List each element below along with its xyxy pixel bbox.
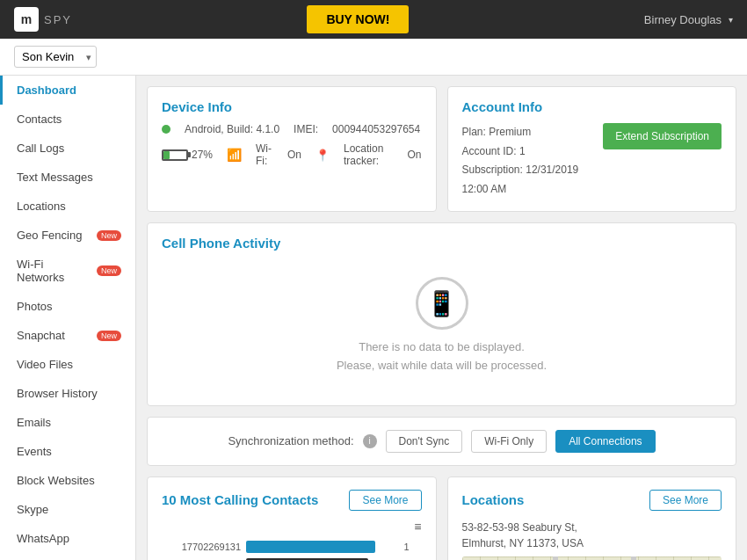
subscription-row: Subscription: 12/31/2019 12:00 AM <box>462 161 604 199</box>
sidebar-item-whatsapp[interactable]: WhatsApp <box>0 524 135 553</box>
sidebar-item-label: WhatsApp <box>17 532 69 545</box>
logo-spy-text: SPY <box>44 13 72 26</box>
main-content: Device Info Android, Build: 4.1.0 IMEI: … <box>136 76 747 560</box>
sidebar-item-browser-history[interactable]: Browser History <box>0 379 135 408</box>
account-info-row: Plan: Premium Account ID: 1 Subscription… <box>462 123 722 199</box>
calling-contacts-card: 10 Most Calling Contacts See More ≡ 1770… <box>147 476 437 560</box>
chart-bar <box>246 541 375 553</box>
address-line2: Elmhurst, NY 11373, USA <box>462 537 584 549</box>
device-imei: 000944053297654 <box>332 123 420 135</box>
locations-header: Locations See More <box>462 490 722 511</box>
sidebar-item-snapchat[interactable]: SnapchatNew <box>0 321 135 350</box>
chart-menu-icon[interactable]: ≡ <box>162 520 422 534</box>
sidebar-item-photos[interactable]: Photos <box>0 292 135 321</box>
account-id-value: 1 <box>519 145 526 157</box>
sidebar: DashboardContactsCall LogsText MessagesL… <box>0 76 136 560</box>
sidebar-item-locations[interactable]: Locations <box>0 192 135 221</box>
address-line1: 53-82-53-98 Seabury St, <box>462 521 577 534</box>
cell-activity-title: Cell Phone Activity <box>162 236 722 251</box>
chevron-down-icon: ▾ <box>729 15 733 25</box>
sidebar-item-label: Locations <box>17 200 66 213</box>
device-imei-label: IMEI: <box>294 123 318 135</box>
no-data-line2: Please, wait while data will be processe… <box>337 357 547 375</box>
sidebar-item-viber[interactable]: Viber <box>0 553 135 560</box>
buy-now-button[interactable]: BUY NOW! <box>307 5 409 33</box>
dont-sync-button[interactable]: Don't Sync <box>386 430 463 453</box>
phone-empty-icon: 📱 <box>416 277 468 330</box>
app-header: m SPY BUY NOW! Birney Douglas ▾ <box>0 0 747 39</box>
sidebar-item-block-websites[interactable]: Block Websites <box>0 466 135 495</box>
activity-empty-state: 📱 There is no data to be displayed. Plea… <box>162 259 722 393</box>
sidebar-item-label: Video Files <box>17 358 73 371</box>
account-id-label: Account ID: <box>462 145 517 157</box>
chart-row-count: 1 <box>404 542 422 552</box>
locations-see-more[interactable]: See More <box>649 490 722 511</box>
sidebar-item-label: Skype <box>17 503 48 516</box>
sidebar-item-label: Dashboard <box>17 84 76 97</box>
plan-value: Premium <box>489 126 531 138</box>
sub-header: Son Kevin <box>0 39 747 76</box>
sidebar-item-text-messages[interactable]: Text Messages <box>0 163 135 192</box>
sidebar-item-geo-fencing[interactable]: Geo FencingNew <box>0 221 135 250</box>
sidebar-item-events[interactable]: Events <box>0 437 135 466</box>
logo: m SPY <box>14 7 72 32</box>
device-info-card: Device Info Android, Build: 4.1.0 IMEI: … <box>147 86 437 212</box>
map-road-v2 <box>631 556 636 560</box>
sidebar-item-emails[interactable]: Emails <box>0 408 135 437</box>
user-name: Birney Douglas <box>644 13 722 26</box>
locations-title: Locations <box>462 492 525 507</box>
location-pin-icon: 📍 <box>315 149 330 162</box>
chart-bars: 177022691311156022257311197968718161 <box>162 541 422 560</box>
new-badge: New <box>97 230 121 241</box>
sidebar-item-label: Events <box>17 445 52 458</box>
device-os: Android, Build: 4.1.0 <box>185 123 279 135</box>
sidebar-item-label: Photos <box>17 300 52 313</box>
device-location-status: On <box>407 149 421 161</box>
battery-visual <box>162 149 188 161</box>
calling-contacts-title: 10 Most Calling Contacts <box>162 492 318 507</box>
sidebar-item-label: Text Messages <box>17 171 93 184</box>
sidebar-item-wi-fi-networks[interactable]: Wi-Fi NetworksNew <box>0 250 135 292</box>
account-info-title: Account Info <box>462 99 722 114</box>
all-connections-button[interactable]: All Connections <box>555 430 655 453</box>
no-data-line1: There is no data to be displayed. <box>359 338 525 357</box>
account-details: Plan: Premium Account ID: 1 Subscription… <box>462 123 604 199</box>
sync-info-icon[interactable]: i <box>363 434 377 448</box>
map-view[interactable]: 📍 + − Карта Спутник <box>462 556 722 560</box>
device-status-row: 27% 📶 Wi-Fi: On 📍 Location tracker: On <box>162 142 422 167</box>
sidebar-item-call-logs[interactable]: Call Logs <box>0 134 135 163</box>
bottom-row: 10 Most Calling Contacts See More ≡ 1770… <box>147 476 736 560</box>
sidebar-item-label: Browser History <box>17 387 98 400</box>
sidebar-item-label: Contacts <box>17 113 62 126</box>
account-id-row: Account ID: 1 <box>462 142 604 162</box>
locations-card: Locations See More 53-82-53-98 Seabury S… <box>447 476 737 560</box>
new-badge: New <box>97 331 121 341</box>
chart-bar-container <box>246 541 399 553</box>
user-select-wrap[interactable]: Son Kevin <box>14 46 97 68</box>
sidebar-item-label: Wi-Fi Networks <box>17 258 91 284</box>
wifi-icon: 📶 <box>227 148 242 162</box>
device-wifi-label: Wi-Fi: <box>256 142 273 167</box>
device-os-row: Android, Build: 4.1.0 IMEI: 000944053297… <box>162 123 422 135</box>
calling-contacts-header: 10 Most Calling Contacts See More <box>162 490 422 511</box>
user-select[interactable]: Son Kevin <box>14 46 97 68</box>
sidebar-item-label: Emails <box>17 416 51 429</box>
sidebar-item-contacts[interactable]: Contacts <box>0 105 135 134</box>
cell-activity-card: Cell Phone Activity 📱 There is no data t… <box>147 222 736 406</box>
battery-pct: 27% <box>192 149 213 161</box>
device-info-title: Device Info <box>162 99 422 114</box>
sidebar-item-skype[interactable]: Skype <box>0 495 135 524</box>
chart-row-label: 17702269131 <box>162 542 241 552</box>
sidebar-item-dashboard[interactable]: Dashboard <box>0 76 135 105</box>
device-wifi-status: On <box>287 149 301 161</box>
extend-subscription-button[interactable]: Extend Subscription <box>603 123 722 149</box>
wifi-only-button[interactable]: Wi-Fi Only <box>471 430 547 453</box>
subscription-label: Subscription: <box>462 164 523 176</box>
battery-fill <box>163 151 170 159</box>
logo-icon: m <box>14 7 39 32</box>
calling-contacts-see-more[interactable]: See More <box>349 490 421 511</box>
sidebar-item-video-files[interactable]: Video Files <box>0 350 135 379</box>
user-menu[interactable]: Birney Douglas ▾ <box>644 13 733 26</box>
location-address: 53-82-53-98 Seabury St, Elmhurst, NY 113… <box>462 520 722 551</box>
map-road-v1 <box>553 556 558 560</box>
